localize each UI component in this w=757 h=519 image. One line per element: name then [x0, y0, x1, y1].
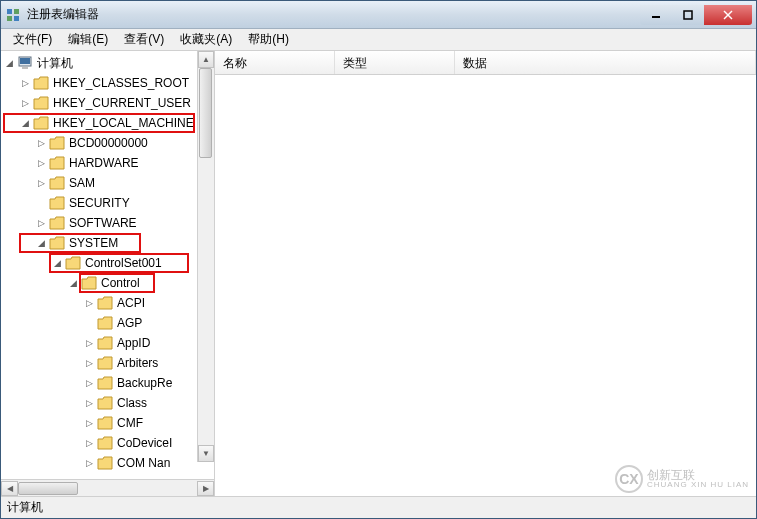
folder-icon — [49, 236, 65, 250]
folder-icon — [97, 416, 113, 430]
tree-scroll-area: ◢ 计算机 ▷ HKEY_CLASSES_ROOT ▷ HKEY_CURRENT… — [1, 51, 214, 479]
expand-icon[interactable]: ▷ — [19, 97, 31, 109]
expand-icon[interactable]: ▷ — [83, 437, 95, 449]
tree-label: BackupRe — [117, 376, 172, 390]
statusbar: 计算机 — [1, 496, 756, 518]
tree-label: Arbiters — [117, 356, 158, 370]
expand-icon[interactable]: ▷ — [35, 137, 47, 149]
minimize-button[interactable] — [640, 5, 672, 25]
tree-control[interactable]: ◢ Control — [1, 273, 214, 293]
scroll-down-button[interactable]: ▼ — [198, 445, 214, 462]
tree-label: SECURITY — [69, 196, 130, 210]
tree-system[interactable]: ◢ SYSTEM — [1, 233, 214, 253]
collapse-icon[interactable]: ◢ — [35, 237, 47, 249]
expand-icon[interactable]: ▷ — [35, 217, 47, 229]
menu-edit[interactable]: 编辑(E) — [60, 29, 116, 50]
expand-icon[interactable]: ▷ — [83, 457, 95, 469]
scroll-track[interactable] — [198, 68, 214, 445]
folder-icon — [33, 96, 49, 110]
tree-cmf[interactable]: ▷ CMF — [1, 413, 214, 433]
watermark-text: 创新互联 CHUANG XIN HU LIAN — [647, 469, 749, 489]
folder-icon — [97, 396, 113, 410]
tree-label: HKEY_LOCAL_MACHINE — [53, 116, 194, 130]
folder-icon — [49, 196, 65, 210]
list-panel: 名称 类型 数据 — [215, 51, 756, 496]
tree-hardware[interactable]: ▷ HARDWARE — [1, 153, 214, 173]
folder-icon — [97, 376, 113, 390]
tree-appid[interactable]: ▷ AppID — [1, 333, 214, 353]
folder-icon — [49, 216, 65, 230]
expand-icon[interactable]: ▷ — [83, 397, 95, 409]
tree-bcd[interactable]: ▷ BCD00000000 — [1, 133, 214, 153]
folder-icon — [97, 316, 113, 330]
column-name[interactable]: 名称 — [215, 51, 335, 74]
expand-icon[interactable]: ▷ — [35, 157, 47, 169]
list-body[interactable] — [215, 75, 756, 496]
svg-rect-1 — [14, 9, 19, 14]
collapse-icon[interactable]: ◢ — [67, 277, 79, 289]
tree-class[interactable]: ▷ Class — [1, 393, 214, 413]
tree-hkcu[interactable]: ▷ HKEY_CURRENT_USER — [1, 93, 214, 113]
folder-icon — [97, 456, 113, 470]
window-title: 注册表编辑器 — [27, 6, 640, 23]
menubar: 文件(F) 编辑(E) 查看(V) 收藏夹(A) 帮助(H) — [1, 29, 756, 51]
menu-help[interactable]: 帮助(H) — [240, 29, 297, 50]
expand-icon[interactable]: ▷ — [35, 177, 47, 189]
collapse-icon[interactable]: ◢ — [51, 257, 63, 269]
expand-icon[interactable]: ▷ — [83, 417, 95, 429]
tree-software[interactable]: ▷ SOFTWARE — [1, 213, 214, 233]
folder-icon — [97, 296, 113, 310]
tree-codevicei[interactable]: ▷ CoDeviceI — [1, 433, 214, 453]
scroll-thumb[interactable] — [199, 68, 212, 158]
tree-arbiters[interactable]: ▷ Arbiters — [1, 353, 214, 373]
expand-icon[interactable]: ▷ — [83, 337, 95, 349]
tree-panel: ◢ 计算机 ▷ HKEY_CLASSES_ROOT ▷ HKEY_CURRENT… — [1, 51, 215, 496]
expand-icon[interactable]: ▷ — [19, 77, 31, 89]
tree-comnan[interactable]: ▷ COM Nan — [1, 453, 214, 473]
collapse-icon[interactable]: ◢ — [19, 117, 31, 129]
tree-label: SYSTEM — [69, 236, 118, 250]
list-header: 名称 类型 数据 — [215, 51, 756, 75]
window-controls — [640, 5, 752, 25]
tree-backupre[interactable]: ▷ BackupRe — [1, 373, 214, 393]
horizontal-scrollbar[interactable]: ◀ ▶ — [1, 479, 214, 496]
scroll-track[interactable] — [18, 481, 197, 496]
collapse-icon[interactable]: ◢ — [3, 57, 15, 69]
scroll-left-button[interactable]: ◀ — [1, 481, 18, 496]
svg-rect-0 — [7, 9, 12, 14]
expand-icon[interactable]: ▷ — [83, 377, 95, 389]
status-path: 计算机 — [7, 499, 43, 516]
tree-label: BCD00000000 — [69, 136, 148, 150]
scroll-up-button[interactable]: ▲ — [198, 51, 214, 68]
tree-root-computer[interactable]: ◢ 计算机 — [1, 53, 214, 73]
scroll-thumb[interactable] — [18, 482, 78, 495]
tree-security[interactable]: SECURITY — [1, 193, 214, 213]
menu-favorites[interactable]: 收藏夹(A) — [172, 29, 240, 50]
scroll-right-button[interactable]: ▶ — [197, 481, 214, 496]
close-button[interactable] — [704, 5, 752, 25]
tree-acpi[interactable]: ▷ ACPI — [1, 293, 214, 313]
tree-hklm[interactable]: ◢ HKEY_LOCAL_MACHINE — [1, 113, 214, 133]
svg-rect-10 — [22, 67, 28, 69]
expand-icon[interactable]: ▷ — [83, 357, 95, 369]
column-data[interactable]: 数据 — [455, 51, 756, 74]
tree-sam[interactable]: ▷ SAM — [1, 173, 214, 193]
tree-label: SOFTWARE — [69, 216, 137, 230]
vertical-scrollbar[interactable]: ▲ ▼ — [197, 51, 214, 462]
watermark: CX 创新互联 CHUANG XIN HU LIAN — [615, 465, 749, 493]
folder-icon — [33, 116, 49, 130]
titlebar[interactable]: 注册表编辑器 — [1, 1, 756, 29]
menu-file[interactable]: 文件(F) — [5, 29, 60, 50]
tree-hkcr[interactable]: ▷ HKEY_CLASSES_ROOT — [1, 73, 214, 93]
tree-controlset001[interactable]: ◢ ControlSet001 — [1, 253, 214, 273]
tree-agp[interactable]: AGP — [1, 313, 214, 333]
menu-view[interactable]: 查看(V) — [116, 29, 172, 50]
svg-rect-2 — [7, 16, 12, 21]
svg-rect-9 — [20, 58, 30, 64]
computer-icon — [17, 56, 33, 70]
tree-label: ControlSet001 — [85, 256, 162, 270]
expand-icon[interactable]: ▷ — [83, 297, 95, 309]
tree-label: SAM — [69, 176, 95, 190]
maximize-button[interactable] — [672, 5, 704, 25]
column-type[interactable]: 类型 — [335, 51, 455, 74]
